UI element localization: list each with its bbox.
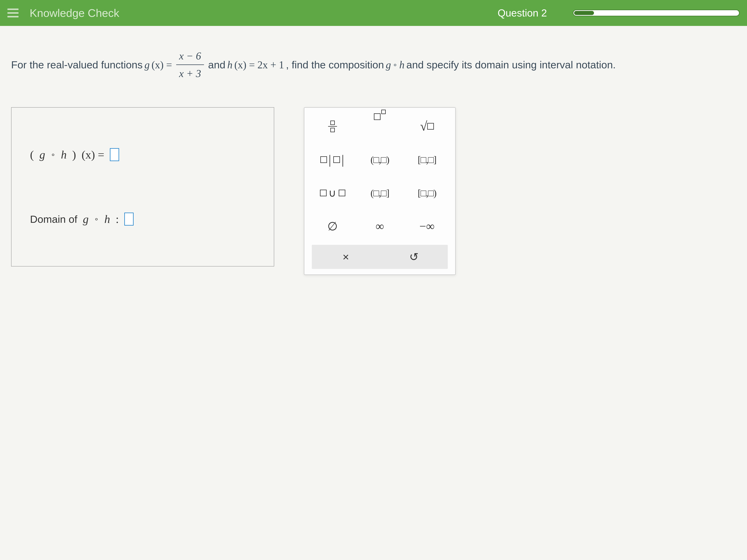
progress-fill — [574, 11, 594, 15]
answer-box: ( g ∘ h ) (x) = Domain of g ∘ h : — [11, 107, 274, 266]
domain-colon: : — [115, 213, 119, 226]
ans-h: h — [61, 148, 67, 161]
fraction-denominator: x + 3 — [176, 65, 204, 81]
reset-button[interactable]: ↺ — [405, 247, 423, 266]
sqrt-button[interactable]: √ — [406, 113, 448, 139]
empty-set-button[interactable]: ∅ — [312, 213, 354, 239]
open-closed-interval-button[interactable]: (□,□] — [359, 180, 401, 206]
question-number-label: Question 2 — [498, 7, 547, 19]
exponent-button[interactable] — [359, 113, 401, 139]
prompt-intro: For the real-valued functions — [11, 57, 143, 73]
comp-h: h — [399, 57, 405, 73]
question-prompt: For the real-valued functions g (x) = x … — [11, 48, 736, 81]
reset-icon: ↺ — [409, 250, 418, 263]
g-function-label: g — [145, 57, 150, 73]
close-icon: × — [342, 250, 349, 263]
domain-g: g — [83, 213, 88, 226]
fraction-numerator: x − 6 — [176, 48, 204, 65]
prompt-tail2: and specify its domain using interval no… — [406, 57, 616, 73]
progress-bar — [573, 10, 740, 16]
infinity-button[interactable]: ∞ — [359, 213, 401, 239]
content-area: For the real-valued functions g (x) = x … — [0, 26, 747, 560]
ans-ring-icon: ∘ — [51, 150, 55, 159]
composition-answer-line: ( g ∘ h ) (x) = — [30, 148, 255, 161]
ans-g: g — [40, 148, 45, 161]
fraction-button[interactable] — [312, 113, 354, 139]
abs-value-button[interactable]: || — [312, 147, 354, 172]
prompt-and: and — [208, 57, 225, 73]
compose-ring-icon: ∘ — [393, 59, 397, 70]
closed-open-interval-button[interactable]: [□,□) — [406, 180, 448, 206]
closed-closed-interval-button[interactable]: [□,□] — [406, 147, 448, 172]
fraction: x − 6 x + 3 — [176, 48, 204, 81]
h-of-x: (x) = 2x + 1 — [234, 57, 284, 73]
menu-icon[interactable] — [7, 8, 19, 18]
page-title: Knowledge Check — [30, 7, 119, 20]
union-button[interactable]: ∪ — [312, 180, 354, 206]
comp-g: g — [386, 57, 391, 73]
domain-prefix: Domain of — [30, 213, 77, 225]
palette-footer: × ↺ — [312, 245, 448, 269]
clear-button[interactable]: × — [337, 247, 355, 266]
composition-input[interactable] — [110, 148, 119, 161]
app-header: Knowledge Check Question 2 — [0, 0, 747, 26]
domain-answer-line: Domain of g ∘ h : — [30, 213, 255, 226]
g-of-x: (x) = — [152, 57, 172, 73]
open-open-interval-button[interactable]: (□,□) — [359, 147, 401, 172]
domain-ring-icon: ∘ — [94, 215, 99, 223]
neg-infinity-button[interactable]: −∞ — [406, 213, 448, 239]
ans-paren: (x) = — [81, 148, 104, 161]
h-function-label: h — [227, 57, 233, 73]
prompt-tail: , find the composition — [286, 57, 384, 73]
domain-input[interactable] — [124, 213, 134, 225]
math-palette: √ || (□,□) [□,□] ∪ (□,□] [□,□) ∅ ∞ −∞ × — [304, 107, 456, 275]
domain-h: h — [104, 213, 110, 226]
